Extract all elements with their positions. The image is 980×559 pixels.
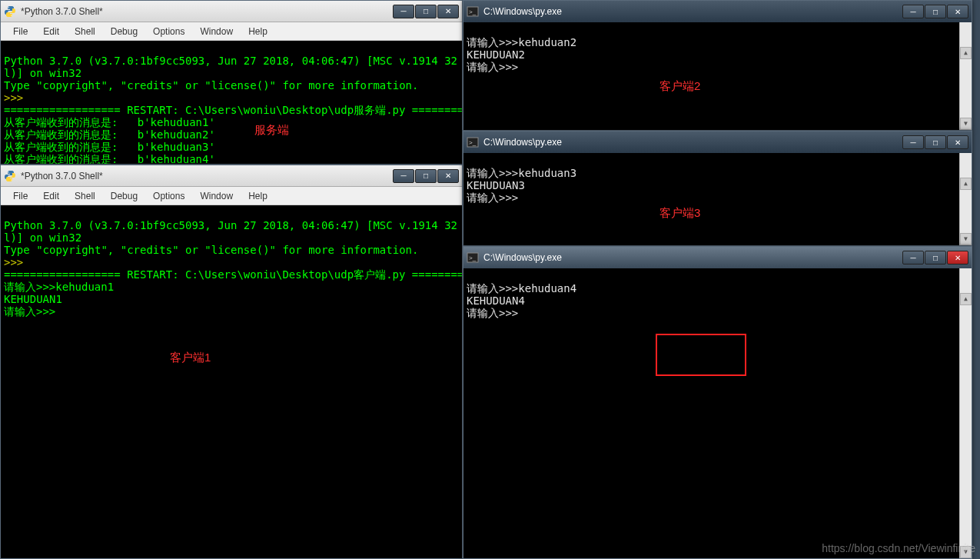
console-output[interactable]: 请输入>>>kehuduan2 KEHUDUAN2 请输入>>> 客户端2 ▲ … xyxy=(463,22,972,130)
scroll-down-icon[interactable]: ▼ xyxy=(960,118,972,130)
window-controls: ─ □ ✕ xyxy=(392,5,459,18)
minimize-button[interactable]: ─ xyxy=(902,5,924,18)
python-icon xyxy=(4,170,16,182)
window-title: C:\Windows\py.exe xyxy=(483,252,902,263)
cmd-client4-window: >_ C:\Windows\py.exe ─ □ ✕ 请输入>>>kehudua… xyxy=(463,246,972,559)
minimize-button[interactable]: ─ xyxy=(902,251,924,265)
titlebar[interactable]: *Python 3.7.0 Shell* ─ □ ✕ xyxy=(1,165,462,187)
scroll-up-icon[interactable]: ▲ xyxy=(960,178,972,190)
recv-line-1: 从客户端收到的消息是: b'kehuduan1' xyxy=(4,116,215,128)
python-icon xyxy=(4,5,16,18)
python-shell-server-window: *Python 3.7.0 Shell* ─ □ ✕ File Edit She… xyxy=(0,0,463,165)
input-line-1: 请输入>>>kehuduan4 xyxy=(467,282,576,294)
recv-line-2: 从客户端收到的消息是: b'kehuduan2' xyxy=(4,128,215,141)
window-controls: ─ □ ✕ xyxy=(902,135,968,149)
menubar: File Edit Shell Debug Options Window Hel… xyxy=(1,187,462,205)
copyright-line: Type "copyright", "credits" or "license(… xyxy=(4,244,418,256)
input-line-2: 请输入>>> xyxy=(4,305,55,318)
menu-debug[interactable]: Debug xyxy=(103,25,145,38)
scrollbar[interactable]: ▲ ▼ xyxy=(959,153,972,245)
cmd-client2-window: >_ C:\Windows\py.exe ─ □ ✕ 请输入>>>kehudua… xyxy=(463,0,972,131)
svg-point-0 xyxy=(8,7,8,8)
python-shell-client1-window: *Python 3.7.0 Shell* ─ □ ✕ File Edit She… xyxy=(0,165,463,559)
maximize-button[interactable]: □ xyxy=(925,251,946,265)
maximize-button[interactable]: □ xyxy=(415,169,437,183)
restart-line: ================== RESTART: C:\Users\won… xyxy=(4,104,462,116)
window-title: *Python 3.7.0 Shell* xyxy=(21,171,392,181)
window-title: C:\Windows\py.exe xyxy=(483,6,902,17)
svg-point-3 xyxy=(11,179,12,180)
menu-edit[interactable]: Edit xyxy=(35,189,67,203)
version-line-2: l)] on win32 xyxy=(4,67,81,79)
minimize-button[interactable]: ─ xyxy=(393,169,414,183)
watermark: https://blog.csdn.net/Viewinfinite xyxy=(822,542,975,554)
highlight-box xyxy=(656,334,746,376)
console-output[interactable]: 请输入>>>kehuduan3 KEHUDUAN3 请输入>>> 客户端3 ▲ … xyxy=(463,153,972,245)
menu-help[interactable]: Help xyxy=(241,189,275,203)
recv-line-4: 从客户端收到的消息是: b'kehuduan4' xyxy=(4,153,215,164)
svg-point-1 xyxy=(11,15,12,15)
scrollbar[interactable]: ▲ ▼ xyxy=(959,268,972,558)
minimize-button[interactable]: ─ xyxy=(902,135,924,149)
window-controls: ─ □ ✕ xyxy=(902,251,968,265)
menubar: File Edit Shell Debug Options Window Hel… xyxy=(1,22,462,41)
menu-edit[interactable]: Edit xyxy=(35,25,67,38)
prompt: >>> xyxy=(4,256,23,268)
input-line-1: 请输入>>>kehuduan3 xyxy=(467,167,576,179)
restart-line: ================== RESTART: C:\Users\won… xyxy=(4,268,462,281)
scroll-up-icon[interactable]: ▲ xyxy=(960,47,972,59)
close-button[interactable]: ✕ xyxy=(437,5,459,18)
titlebar[interactable]: >_ C:\Windows\py.exe ─ □ ✕ xyxy=(463,247,972,268)
response-line-1: KEHUDUAN4 xyxy=(467,294,525,307)
menu-shell[interactable]: Shell xyxy=(67,189,103,203)
menu-file[interactable]: File xyxy=(5,25,35,38)
maximize-button[interactable]: □ xyxy=(415,5,437,18)
menu-shell[interactable]: Shell xyxy=(67,25,103,38)
menu-options[interactable]: Options xyxy=(145,189,192,203)
menu-debug[interactable]: Debug xyxy=(103,189,145,203)
input-line-2: 请输入>>> xyxy=(467,307,518,319)
svg-point-2 xyxy=(8,171,8,172)
window-controls: ─ □ ✕ xyxy=(902,5,968,18)
input-line-2: 请输入>>> xyxy=(467,191,518,204)
titlebar[interactable]: >_ C:\Windows\py.exe ─ □ ✕ xyxy=(463,1,972,22)
window-controls: ─ □ ✕ xyxy=(392,169,459,183)
menu-window[interactable]: Window xyxy=(192,189,241,203)
console-output[interactable]: Python 3.7.0 (v3.7.0:1bf9cc5093, Jun 27 … xyxy=(1,205,462,558)
menu-options[interactable]: Options xyxy=(145,25,192,38)
menu-help[interactable]: Help xyxy=(241,25,275,38)
input-line-1: 请输入>>>kehuduan2 xyxy=(467,36,576,48)
menu-file[interactable]: File xyxy=(5,189,35,203)
window-title: *Python 3.7.0 Shell* xyxy=(21,6,392,17)
cmd-client3-window: >_ C:\Windows\py.exe ─ □ ✕ 请输入>>>kehudua… xyxy=(463,131,972,246)
window-title: C:\Windows\py.exe xyxy=(483,137,902,148)
version-line-2: l)] on win32 xyxy=(4,231,81,244)
titlebar[interactable]: *Python 3.7.0 Shell* ─ □ ✕ xyxy=(1,1,462,22)
scroll-up-icon[interactable]: ▲ xyxy=(960,293,972,305)
maximize-button[interactable]: □ xyxy=(925,5,946,18)
svg-text:>_: >_ xyxy=(469,139,477,146)
response-line-1: KEHUDUAN3 xyxy=(467,179,525,191)
console-output[interactable]: Python 3.7.0 (v3.7.0:1bf9cc5093, Jun 27 … xyxy=(1,41,462,164)
console-output[interactable]: 请输入>>>kehuduan4 KEHUDUAN4 请输入>>> ▲ ▼ xyxy=(463,268,972,558)
titlebar[interactable]: >_ C:\Windows\py.exe ─ □ ✕ xyxy=(463,131,972,153)
maximize-button[interactable]: □ xyxy=(925,135,946,149)
scrollbar[interactable]: ▲ ▼ xyxy=(959,22,972,130)
version-line: Python 3.7.0 (v3.7.0:1bf9cc5093, Jun 27 … xyxy=(4,55,462,67)
close-button[interactable]: ✕ xyxy=(947,5,968,18)
cmd-icon: >_ xyxy=(467,251,479,264)
client3-label: 客户端3 xyxy=(659,207,700,219)
client1-label: 客户端1 xyxy=(170,351,211,364)
close-button[interactable]: ✕ xyxy=(947,251,968,265)
version-line: Python 3.7.0 (v3.7.0:1bf9cc5093, Jun 27 … xyxy=(4,219,462,231)
minimize-button[interactable]: ─ xyxy=(393,5,414,18)
copyright-line: Type "copyright", "credits" or "license(… xyxy=(4,79,418,92)
close-button[interactable]: ✕ xyxy=(947,135,968,149)
server-label: 服务端 xyxy=(254,124,289,136)
menu-window[interactable]: Window xyxy=(192,25,241,38)
close-button[interactable]: ✕ xyxy=(437,169,459,183)
input-line-2: 请输入>>> xyxy=(467,61,518,73)
cmd-icon: >_ xyxy=(467,5,479,18)
scroll-down-icon[interactable]: ▼ xyxy=(960,233,972,245)
svg-text:>_: >_ xyxy=(469,8,477,15)
